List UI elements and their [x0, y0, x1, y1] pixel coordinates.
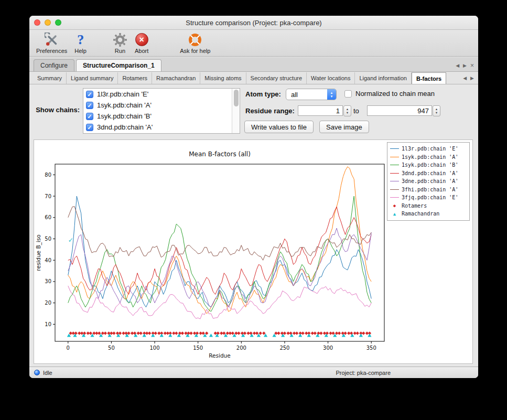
chain-row[interactable]: ✓1syk.pdb:chain 'B' [83, 111, 240, 122]
tab-missing-atoms[interactable]: Missing atoms [200, 72, 246, 84]
legend-entry: 3fhi.pdb:chain 'A' [390, 186, 467, 194]
svg-text:10: 10 [45, 321, 51, 327]
diamond-marker-icon: ◆ [390, 203, 399, 208]
chain-label: 1syk.pdb:chain 'B' [97, 112, 152, 120]
chain-row[interactable]: ✓3dnd.pdb:chain 'A' [83, 122, 240, 133]
zoom-window-button[interactable] [55, 19, 61, 26]
chain-label: 1l3r.pdb:chain 'E' [97, 90, 148, 98]
lifering-icon [188, 31, 202, 48]
ask-for-help-button[interactable]: Ask for help [176, 31, 214, 54]
window-title: Structure comparison (Project: pka-compa… [186, 19, 321, 27]
tab-b-factors[interactable]: B-factors [412, 72, 446, 84]
legend-entry: ▲Ramachandran [390, 210, 467, 218]
stepper-down-icon[interactable]: ▼ [346, 111, 349, 114]
svg-text:30: 30 [45, 278, 51, 284]
stepper-down-icon[interactable]: ▼ [435, 111, 438, 114]
legend-label: 3fhi.pdb:chain 'A' [402, 187, 458, 192]
stepper-up-icon[interactable]: ▲ [346, 107, 349, 111]
tab-summary[interactable]: Summary [33, 72, 67, 84]
normalized-checkbox[interactable] [344, 90, 352, 98]
atom-type-label: Atom type: [245, 90, 281, 98]
legend-line-sample [390, 197, 399, 198]
write-values-button[interactable]: Write values to file [244, 121, 314, 133]
chain-row[interactable]: ✓1l3r.pdb:chain 'E' [83, 89, 240, 100]
chain-checkbox[interactable]: ✓ [86, 124, 93, 131]
legend-line-sample [390, 157, 399, 157]
chain-checkbox[interactable]: ✓ [86, 113, 93, 120]
preferences-button[interactable]: Preferences [33, 31, 71, 54]
tab-scroll-left-icon[interactable]: ◀ [456, 63, 459, 68]
main-tab-configure[interactable]: Configure [34, 59, 74, 71]
chain-checkbox[interactable]: ✓ [86, 102, 93, 109]
chain-row[interactable]: ✓1syk.pdb:chain 'A' [83, 100, 240, 111]
controls-panel: Show chains: ✓1l3r.pdb:chain 'E'✓1syk.pd… [29, 85, 478, 137]
bfactor-chart: 0501001502002503003501020304050607080Mea… [34, 140, 401, 363]
toolbar-label: Preferences [36, 48, 67, 54]
tab-secondary-structure[interactable]: Secondary structure [246, 72, 307, 84]
chain-label: 3dnd.pdb:chain 'A' [97, 123, 153, 131]
stepper-up-icon[interactable]: ▲ [435, 107, 438, 111]
show-chains-label: Show chains: [31, 106, 80, 114]
idle-status-icon [34, 370, 40, 375]
legend-label: Ramachandran [402, 211, 439, 217]
save-image-button[interactable]: Save image [319, 121, 369, 133]
triangle-marker-icon: ▲ [390, 211, 399, 217]
chain-checkbox[interactable]: ✓ [86, 91, 93, 98]
title-bar: Structure comparison (Project: pka-compa… [29, 16, 478, 30]
legend-label: 1l3r.pdb:chain 'E' [402, 146, 458, 152]
toolbar-label: Ask for help [180, 48, 210, 54]
svg-text:350: 350 [366, 345, 376, 351]
normalized-checkbox-row[interactable]: Normalized to chain mean [344, 90, 435, 98]
abort-icon: × [135, 31, 148, 48]
run-button[interactable]: Run [109, 31, 131, 54]
document-tab-bar: ConfigureStructureComparison_1 ◀ ▶ × [29, 57, 478, 72]
tab-ramachandran[interactable]: Ramachandran [152, 72, 200, 84]
residue-range-label: Residue range: [245, 107, 295, 115]
scrollbar-thumb[interactable] [234, 90, 239, 106]
chart-legend: 1l3r.pdb:chain 'E'1syk.pdb:chain 'A'1syk… [387, 142, 470, 221]
help-icon: ? [77, 31, 84, 48]
minimize-window-button[interactable] [45, 19, 51, 26]
abort-button[interactable]: × Abort [131, 31, 152, 54]
legend-entry: 1syk.pdb:chain 'B' [390, 161, 467, 169]
analysis-tabs: SummaryLigand summaryRotamersRamachandra… [33, 72, 446, 84]
svg-text:150: 150 [193, 345, 203, 351]
chains-listbox[interactable]: ✓1l3r.pdb:chain 'E'✓1syk.pdb:chain 'A'✓1… [83, 88, 240, 134]
legend-label: 1syk.pdb:chain 'A' [402, 154, 458, 160]
tab-rotamers[interactable]: Rotamers [118, 72, 152, 84]
close-window-button[interactable] [34, 19, 40, 26]
tools-icon [45, 31, 59, 48]
analysis-tab-nav: ◀ ▶ [463, 76, 478, 81]
analysis-scroll-left-icon[interactable]: ◀ [463, 76, 467, 81]
svg-text:80: 80 [45, 172, 51, 178]
residue-to-stepper[interactable]: ▲ ▼ [433, 105, 440, 116]
main-tab-structurecomparison-1[interactable]: StructureComparison_1 [76, 59, 161, 71]
residue-to-input[interactable] [367, 105, 432, 116]
tab-water-locations[interactable]: Water locations [307, 72, 355, 84]
tab-nav: ◀ ▶ × [456, 63, 474, 71]
atom-type-value: all [286, 91, 327, 99]
normalized-label: Normalized to chain mean [355, 90, 435, 98]
toolbar-label: Run [115, 48, 125, 54]
residue-from-input[interactable] [298, 105, 343, 116]
analysis-scroll-right-icon[interactable]: ▶ [470, 76, 474, 81]
atom-type-dropdown[interactable]: all ▲▼ [286, 89, 337, 100]
legend-label: Rotamers [402, 203, 427, 209]
svg-text:70: 70 [45, 193, 51, 199]
document-tabs: ConfigureStructureComparison_1 [34, 59, 163, 71]
legend-label: 3fjq.pdb:chain 'E' [402, 195, 458, 200]
help-button[interactable]: ? Help [71, 31, 90, 54]
tab-scroll-right-icon[interactable]: ▶ [463, 63, 467, 68]
tab-ligand-summary[interactable]: Ligand summary [67, 72, 118, 84]
analysis-tab-bar: SummaryLigand summaryRotamersRamachandra… [29, 72, 478, 84]
tab-ligand-information[interactable]: Ligand information [355, 72, 412, 84]
tab-close-icon[interactable]: × [470, 63, 474, 68]
svg-text:✓: ✓ [68, 236, 73, 244]
status-project: Project: pka-compare [336, 370, 473, 376]
legend-entry: ◆Rotamers [390, 202, 467, 210]
svg-text:50: 50 [45, 236, 51, 242]
chains-scrollbar[interactable] [232, 89, 240, 133]
legend-line-sample [390, 148, 399, 149]
residue-from-stepper[interactable]: ▲ ▼ [343, 105, 351, 116]
svg-text:250: 250 [279, 345, 289, 351]
